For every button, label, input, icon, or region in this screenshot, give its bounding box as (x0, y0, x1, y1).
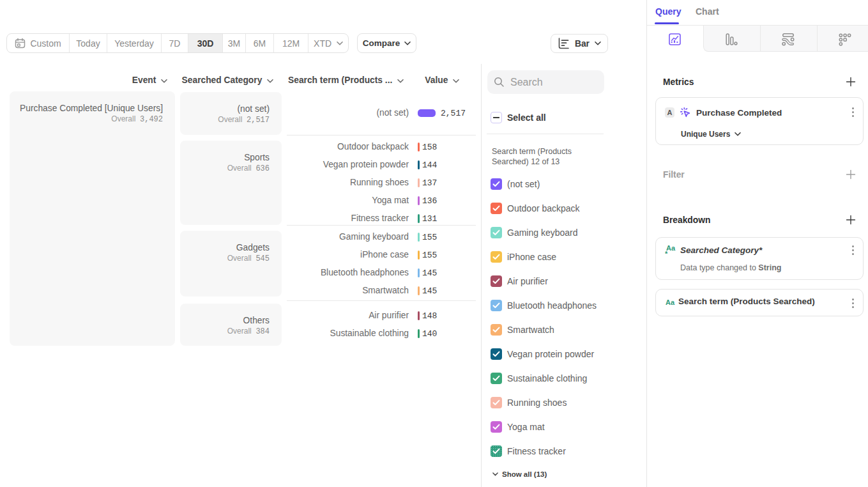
svg-text:*: * (665, 250, 668, 257)
svg-text:Aa: Aa (666, 298, 675, 306)
